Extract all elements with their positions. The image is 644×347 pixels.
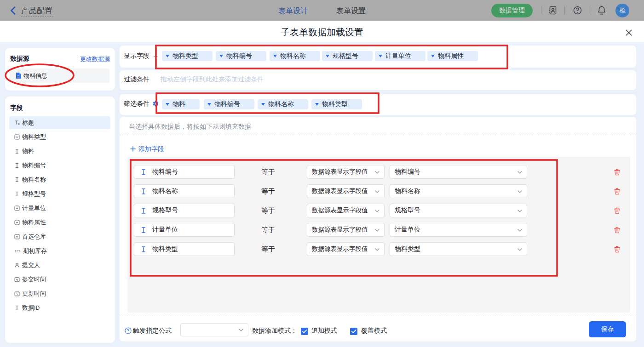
svg-text:123: 123 bbox=[14, 249, 20, 253]
